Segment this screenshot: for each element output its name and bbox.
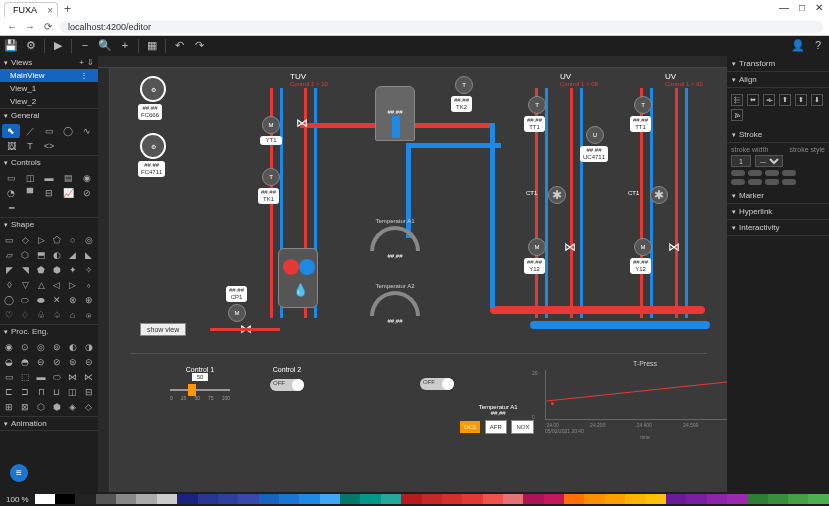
color-swatch[interactable] xyxy=(360,494,380,504)
pipe[interactable] xyxy=(490,306,705,314)
shape-item[interactable]: ◐ xyxy=(49,248,64,262)
shape-item[interactable]: ▱ xyxy=(2,248,17,262)
shape-item[interactable]: ⬒ xyxy=(34,248,49,262)
color-swatch[interactable] xyxy=(625,494,645,504)
grid-icon[interactable]: ▦ xyxy=(145,39,159,53)
indicator-fc666[interactable]: ⚙ xyxy=(140,76,166,102)
motor-indicator[interactable]: M xyxy=(262,116,280,134)
dash-opt[interactable] xyxy=(748,179,762,185)
views-section-header[interactable]: ▾ Views + ⇩ xyxy=(0,56,98,69)
tool-html[interactable]: <> xyxy=(40,139,58,153)
window-close[interactable]: ✕ xyxy=(815,2,823,13)
ctrl-gauge[interactable]: ◔ xyxy=(2,186,20,200)
shape-item[interactable]: ⬟ xyxy=(34,263,49,277)
pe-item[interactable]: ⊘ xyxy=(49,355,64,369)
shape-item[interactable]: ✦ xyxy=(65,263,80,277)
new-tab-button[interactable]: + xyxy=(64,2,71,16)
shape-item[interactable]: ○ xyxy=(65,233,80,247)
align-right[interactable]: ⬲ xyxy=(763,94,775,106)
temp-indicator[interactable]: T xyxy=(455,76,473,94)
pe-item[interactable]: ⊝ xyxy=(81,355,96,369)
motor-indicator[interactable]: M xyxy=(228,304,246,322)
shape-item[interactable]: ⍟ xyxy=(81,308,96,322)
color-swatch[interactable] xyxy=(564,494,584,504)
pe-item[interactable]: ⊓ xyxy=(34,385,49,399)
pe-item[interactable]: ⊙ xyxy=(18,340,33,354)
window-minimize[interactable]: — xyxy=(779,2,789,13)
ctrl-progress[interactable]: ▀ xyxy=(21,186,39,200)
shape-item[interactable]: ◎ xyxy=(81,233,96,247)
valve[interactable] xyxy=(668,240,680,252)
pipe[interactable] xyxy=(490,123,495,308)
pe-item[interactable]: ⊞ xyxy=(2,400,17,414)
color-swatch[interactable] xyxy=(462,494,482,504)
color-swatch[interactable] xyxy=(808,494,828,504)
shape-item[interactable]: ▷ xyxy=(34,233,49,247)
ctrl-pipe[interactable]: ━ xyxy=(2,201,20,215)
shape-item[interactable]: ▽ xyxy=(18,278,33,292)
shape-section-header[interactable]: ▾ Shape xyxy=(0,218,98,231)
pe-item[interactable]: ◈ xyxy=(65,400,80,414)
interactivity-header[interactable]: ▾Interactivity xyxy=(727,220,829,236)
stroke-width-input[interactable] xyxy=(731,155,751,167)
color-swatch[interactable] xyxy=(544,494,564,504)
color-swatch[interactable] xyxy=(340,494,360,504)
control-1-slider[interactable]: Control 1 50 0255075100 xyxy=(170,366,230,401)
color-swatch[interactable] xyxy=(401,494,421,504)
color-swatch[interactable] xyxy=(686,494,706,504)
color-swatch[interactable] xyxy=(483,494,503,504)
align-middle[interactable]: ⬍ xyxy=(795,94,807,106)
color-swatch[interactable] xyxy=(116,494,136,504)
color-swatch[interactable] xyxy=(136,494,156,504)
pipe[interactable] xyxy=(580,88,583,318)
distribute-h[interactable]: ⫸ xyxy=(731,109,743,121)
redo-icon[interactable]: ↷ xyxy=(192,39,206,53)
shape-item[interactable]: ⬢ xyxy=(49,263,64,277)
shape-item[interactable]: ⊕ xyxy=(81,293,96,307)
window-maximize[interactable]: □ xyxy=(799,2,805,13)
color-swatch[interactable] xyxy=(645,494,665,504)
pipe[interactable] xyxy=(545,88,548,318)
color-swatch[interactable] xyxy=(747,494,767,504)
dash-opt[interactable] xyxy=(731,170,745,176)
view-item-1[interactable]: View_1 xyxy=(0,82,98,95)
hyperlink-header[interactable]: ▾Hyperlink xyxy=(727,204,829,220)
shape-item[interactable]: ◯ xyxy=(2,293,17,307)
shape-item[interactable]: ⬠ xyxy=(49,233,64,247)
tool-pointer[interactable]: ⬉ xyxy=(2,124,20,138)
browser-tab[interactable]: FUXA × xyxy=(4,2,58,17)
pipe[interactable] xyxy=(406,143,501,148)
fan-ct1-right[interactable] xyxy=(650,186,668,204)
pe-item[interactable]: ⬢ xyxy=(49,400,64,414)
gauge-a2[interactable]: Temperatur A2 ##,## xyxy=(370,283,420,313)
controls-section-header[interactable]: ▾ Controls xyxy=(0,156,98,169)
pe-item[interactable]: ⊟ xyxy=(81,385,96,399)
zoom-icon[interactable]: 🔍 xyxy=(98,39,112,53)
pe-item[interactable]: ⊔ xyxy=(49,385,64,399)
color-swatch[interactable] xyxy=(35,494,55,504)
shape-item[interactable]: ✕ xyxy=(49,293,64,307)
show-view-button[interactable]: show view xyxy=(140,323,186,336)
color-swatch[interactable] xyxy=(279,494,299,504)
control-3-toggle[interactable]: OFF xyxy=(420,378,454,390)
chip-nox[interactable]: NOX xyxy=(511,420,534,434)
align-left[interactable]: ⬱ xyxy=(731,94,743,106)
pe-item[interactable]: ⬚ xyxy=(18,370,33,384)
tank[interactable]: ##.## xyxy=(375,86,415,141)
color-swatch[interactable] xyxy=(584,494,604,504)
zoom-in-icon[interactable]: + xyxy=(118,39,132,53)
ctrl-input[interactable]: ▭ xyxy=(2,171,20,185)
fan-ct1-left[interactable] xyxy=(548,186,566,204)
dash-opt[interactable] xyxy=(765,179,779,185)
pe-item[interactable]: ⬡ xyxy=(34,400,49,414)
general-section-header[interactable]: ▾ General xyxy=(0,109,98,122)
pe-item[interactable]: ◑ xyxy=(81,340,96,354)
marker-header[interactable]: ▾Marker xyxy=(727,188,829,204)
ctrl-slider[interactable]: ⊟ xyxy=(40,186,58,200)
pe-item[interactable]: ◒ xyxy=(2,355,17,369)
ctrl-chart[interactable]: 📈 xyxy=(59,186,77,200)
shape-item[interactable]: ◢ xyxy=(65,248,80,262)
ctrl-select[interactable]: ▤ xyxy=(59,171,77,185)
shape-item[interactable]: ♤ xyxy=(49,308,64,322)
user-icon[interactable]: 👤 xyxy=(791,39,805,53)
